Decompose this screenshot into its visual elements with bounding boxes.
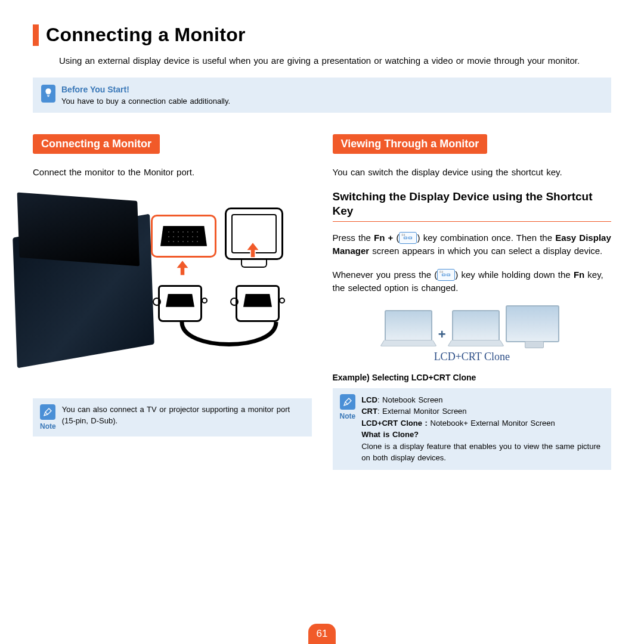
intro-paragraph: Using an external display device is usef… [59, 54, 611, 67]
accent-bar [33, 24, 39, 46]
right-intro: You can switch the display device using … [333, 166, 612, 179]
vga-port-highlight [151, 215, 216, 258]
paragraph-1: Press the Fn + () key combination once. … [333, 231, 612, 258]
before-you-start-callout: Before You Start! You have to buy a conn… [33, 78, 611, 113]
callout-text: You have to buy a connection cable addit… [61, 97, 230, 106]
clone-figure: + LCD+CRT Clone [333, 305, 612, 363]
arrow-up-icon [176, 260, 189, 275]
callout-heading: Before You Start! [61, 85, 230, 94]
pencil-icon [40, 404, 55, 420]
dsub-connector-icon [158, 285, 202, 322]
page-header: Connecting a Monitor [33, 24, 611, 46]
laptop-icon [452, 310, 500, 342]
cable-icon [170, 322, 288, 355]
vga-connector-icon [160, 226, 207, 246]
section-heading-left: Connecting a Monitor [33, 134, 160, 154]
arrow-up-icon [246, 242, 259, 258]
section-heading-right: Viewing Through a Monitor [333, 134, 488, 154]
pencil-icon [340, 394, 355, 410]
note-callout-right: Note LCD: Notebook Screen CRT: External … [333, 388, 612, 470]
note-label: Note [340, 412, 356, 420]
left-instruction: Connect the monitor to the Monitor port. [33, 166, 312, 179]
clone-caption: LCD+CRT Clone [434, 351, 510, 363]
plus-icon: + [438, 327, 446, 342]
connection-illustration [33, 190, 312, 386]
monitor-icon [506, 305, 559, 342]
page-title: Connecting a Monitor [46, 24, 246, 46]
lightbulb-icon [41, 85, 55, 103]
laptop-image [13, 213, 154, 368]
note-label: Note [40, 422, 56, 431]
f4-key-icon [437, 269, 455, 281]
note-text-left: You can also connect a TV or projector s… [62, 404, 305, 427]
connector-pair [158, 285, 280, 322]
page-number: 61 [308, 624, 336, 644]
definitions-block: LCD: Notebook Screen CRT: External Monit… [361, 394, 604, 464]
dsub-connector-icon [236, 285, 280, 322]
laptop-icon [385, 310, 432, 342]
f4-key-icon [399, 232, 417, 244]
left-column: Connecting a Monitor Connect the monitor… [33, 134, 312, 470]
note-callout-left: Note You can also connect a TV or projec… [33, 398, 312, 436]
paragraph-2: Whenever you press the () key while hold… [333, 268, 612, 295]
right-column: Viewing Through a Monitor You can switch… [333, 134, 612, 470]
example-caption: Example) Selecting LCD+CRT Clone [333, 373, 612, 382]
sub-heading: Switching the Display Device using the S… [333, 190, 612, 222]
